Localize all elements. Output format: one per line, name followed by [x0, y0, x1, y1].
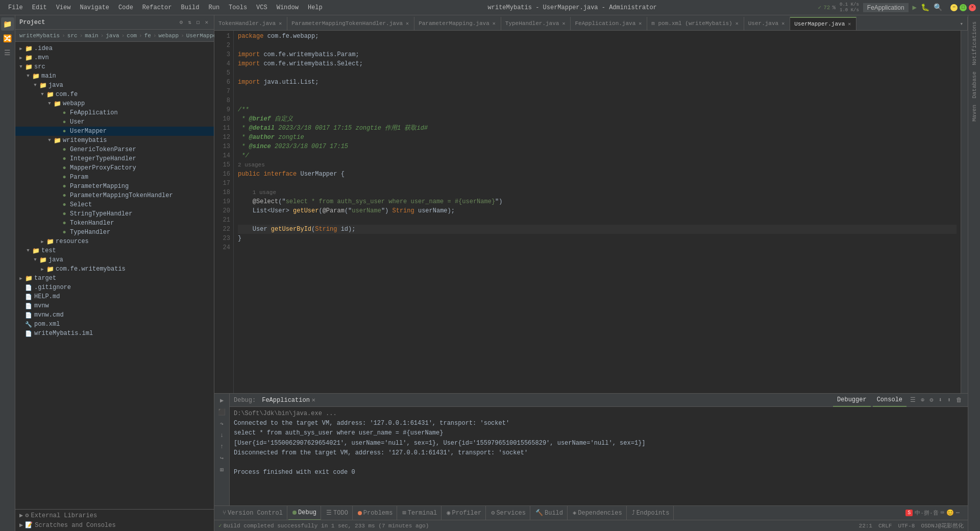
console-tab[interactable]: Console [873, 394, 906, 407]
search-button[interactable]: 🔍 [934, 3, 942, 12]
tab-problems[interactable]: Problems [354, 506, 398, 520]
menu-build[interactable]: Build [177, 3, 203, 12]
debug-run-cursor-icon[interactable]: ↪ [218, 453, 225, 463]
run-config[interactable]: FeApplication [863, 3, 909, 12]
project-sort-icon[interactable]: ⇅ [186, 18, 193, 27]
debug-resume-icon[interactable]: ▶ [218, 396, 225, 405]
code-content[interactable]: package com.fe.webapp; import com.fe.wri… [234, 31, 961, 393]
tree-item[interactable]: ▼📁writemybatis [15, 136, 214, 145]
structure-icon[interactable]: ☰ [1, 46, 14, 59]
close-button[interactable]: × [969, 4, 976, 11]
tab-version-control[interactable]: ⑂ Version Control [218, 506, 287, 520]
menu-help[interactable]: Help [304, 3, 327, 12]
menu-refactor[interactable]: Refactor [138, 3, 176, 12]
vcs-icon[interactable]: 🔀 [1, 32, 14, 45]
tab-build[interactable]: 🔨 Build [531, 506, 568, 520]
debugger-tab[interactable]: Debugger [833, 394, 871, 407]
tab-close-icon[interactable]: ✕ [492, 20, 497, 27]
breadcrumb-root[interactable]: writeMybatis [19, 33, 60, 39]
tree-item[interactable]: ▼📁java [15, 255, 214, 264]
breadcrumb-java[interactable]: java [106, 33, 119, 39]
tree-item-feapplication[interactable]: ●FeApplication [15, 108, 214, 117]
tab-todo[interactable]: ☰ TODO [322, 506, 353, 520]
menu-tools[interactable]: Tools [225, 3, 251, 12]
tab-feapp[interactable]: FeApplication ✕ [258, 394, 320, 407]
tree-item-target[interactable]: ▶📁target [15, 274, 214, 283]
tree-item[interactable]: ▼📁com.fe [15, 90, 214, 99]
tree-item-gitignore[interactable]: 📄.gitignore [15, 283, 214, 292]
tab-close-icon[interactable]: ✕ [405, 20, 410, 27]
tree-item[interactable]: ●Param [15, 173, 214, 182]
menu-file[interactable]: File [4, 3, 27, 12]
tree-item[interactable]: ▶📁.idea [15, 44, 214, 53]
more-icon[interactable]: ⋯ [956, 509, 960, 517]
tab-endpoints[interactable]: ⤴ Endpoints [628, 506, 674, 520]
tree-item[interactable]: ●ParameterMapping [15, 182, 214, 191]
tab-tokenhandler[interactable]: TokenHandler.java ✕ [214, 17, 287, 30]
menu-code[interactable]: Code [114, 3, 137, 12]
breadcrumb-main[interactable]: main [85, 33, 98, 39]
tree-item[interactable]: ▼📁src [15, 62, 214, 71]
debug-clear-btn[interactable]: 🗑 [954, 395, 964, 405]
external-libraries-item[interactable]: ▶ ⚙ External Libraries [15, 511, 214, 520]
cursor-position[interactable]: 22:1 [859, 523, 872, 529]
tab-services[interactable]: ⚙ Services [487, 506, 530, 520]
menu-edit[interactable]: Edit [28, 3, 51, 12]
tab-close-icon[interactable]: ✕ [561, 20, 566, 27]
tree-item[interactable]: ●StringTypeHandler [15, 209, 214, 219]
breadcrumb-src[interactable]: src [67, 33, 78, 39]
tab-typehandler[interactable]: TypeHandler.java ✕ [501, 17, 571, 30]
file-encoding[interactable]: UTF-8 [898, 523, 915, 529]
tree-item-mvnwcmd[interactable]: 📄mvnw.cmd [15, 310, 214, 320]
minimize-button[interactable]: − [950, 4, 958, 11]
debug-down-btn[interactable]: ⬇ [937, 395, 944, 405]
emoji-icon[interactable]: 😊 [946, 509, 954, 517]
line-ending[interactable]: CRLF [878, 523, 892, 529]
tab-feapplication[interactable]: FeApplication.java ✕ [571, 17, 647, 30]
maximize-button[interactable]: □ [960, 4, 967, 11]
tab-profiler[interactable]: ◉ Profiler [443, 506, 486, 520]
tab-close-icon[interactable]: ✕ [278, 20, 283, 27]
tree-item[interactable]: ▶📁.mvn [15, 53, 214, 62]
debug-step-into-icon[interactable]: ↓ [218, 431, 225, 440]
tab-close-icon[interactable]: ✕ [638, 20, 643, 27]
tab-pomxml[interactable]: m pom.xml (writeMybatis) ✕ [647, 17, 744, 30]
tree-item[interactable]: ●IntegerTypeHandler [15, 154, 214, 163]
run-button[interactable]: ▶ [913, 3, 917, 12]
tree-item[interactable]: ●ParameterMappingTokenHandler [15, 191, 214, 200]
project-icon[interactable]: 📁 [1, 17, 14, 31]
tree-item[interactable]: ▶📁com.fe.writemybatis [15, 264, 214, 274]
tab-chevron-down[interactable]: ▾ [955, 17, 968, 30]
debug-step-out-icon[interactable]: ↑ [218, 442, 225, 451]
tree-item[interactable]: ●Select [15, 200, 214, 209]
tree-item[interactable]: ●GenericTokenParser [15, 145, 214, 154]
tab-close-icon[interactable]: ✕ [734, 20, 740, 27]
keyboard-icon[interactable]: ⌨ [941, 509, 944, 517]
menu-run[interactable]: Run [204, 3, 224, 12]
breadcrumb-com[interactable]: com [127, 33, 137, 39]
vtab-maven[interactable]: Maven [970, 103, 978, 124]
tab-usermapper[interactable]: UserMapper.java ✕ [790, 17, 856, 30]
tree-item-usermapper[interactable]: ●UserMapper [15, 127, 214, 136]
tree-item-pomxml[interactable]: 🔧pom.xml [15, 320, 214, 329]
tab-parametermapping[interactable]: ParameterMapping.java ✕ [414, 17, 501, 30]
vtab-notifications[interactable]: Notifications [970, 19, 978, 67]
tree-item[interactable]: ▼📁test [15, 246, 214, 255]
debug-step-over-icon[interactable]: ↷ [218, 419, 225, 429]
editor-scrollbar[interactable] [961, 31, 968, 393]
debug-settings-btn[interactable]: ⚙ [928, 395, 935, 405]
tab-dependencies[interactable]: ◈ Dependencies [569, 506, 627, 520]
debug-toolbar-btn[interactable]: ☰ [909, 395, 917, 405]
tree-item[interactable]: ▼📁webapp [15, 99, 214, 108]
tab-debug[interactable]: Debug [288, 506, 321, 520]
tab-close-icon[interactable]: ✕ [847, 21, 852, 27]
tree-item[interactable]: ●TypeHandler [15, 228, 214, 237]
breadcrumb-fe[interactable]: fe [144, 33, 151, 39]
project-gear-icon[interactable]: ⚙ [178, 18, 185, 27]
debug-up-btn[interactable]: ⬆ [946, 395, 952, 405]
tree-item[interactable]: ▶📁resources [15, 237, 214, 246]
tree-item[interactable]: ▼📁java [15, 81, 214, 90]
tree-item-mvnw[interactable]: 📄mvnw [15, 301, 214, 310]
debug-button[interactable]: 🐛 [921, 3, 929, 12]
project-collapse-icon[interactable]: ◻ [195, 18, 202, 27]
